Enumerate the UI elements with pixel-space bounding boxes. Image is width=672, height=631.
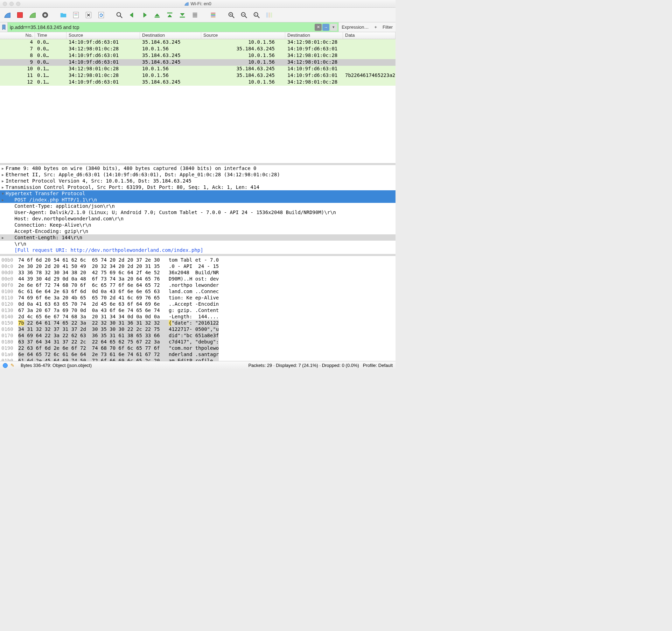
capture-options-button[interactable]: [40, 10, 50, 20]
close-file-button[interactable]: [83, 10, 94, 20]
filter-button[interactable]: Filter: [383, 24, 393, 30]
wireshark-icon: [184, 1, 189, 6]
detail-line[interactable]: ▶Ethernet II, Src: Apple_d6:63:01 (14:10…: [0, 171, 396, 178]
table-row[interactable]: 100.1…34:12:98:01:0c:2810.0.1.5635.184.6…: [0, 66, 396, 72]
detail-line[interactable]: \r\n: [0, 241, 396, 247]
detail-line[interactable]: User-Agent: Dalvik/2.1.0 (Linux; U; Andr…: [0, 209, 396, 215]
svg-rect-33: [268, 12, 270, 17]
filter-bookmark-icon[interactable]: [0, 22, 8, 32]
hex-row[interactable]: 017064 69 64 22 3a 22 62 63 36 35 31 61 …: [1, 332, 394, 339]
column-source2[interactable]: Source: [201, 32, 285, 39]
table-row[interactable]: 90.0…14:10:9f:d6:63:0135.184.63.24510.0.…: [0, 59, 396, 66]
detail-line[interactable]: [Full request URI: http://dev.northpolew…: [0, 247, 396, 253]
detail-line[interactable]: ▶ POST /index.php HTTP/1.1\r\n: [0, 197, 396, 203]
hex-row[interactable]: 01507b 22 64 61 74 65 22 3a 22 32 30 31 …: [1, 320, 394, 326]
column-no[interactable]: No.: [0, 32, 35, 39]
hex-row[interactable]: 00d033 36 78 32 30 34 38 20 42 75 69 6c …: [1, 269, 394, 276]
svg-rect-32: [266, 12, 268, 17]
filter-history-button[interactable]: ▾: [330, 24, 337, 31]
go-last-button[interactable]: [177, 10, 188, 20]
main-toolbar: 1: [0, 8, 396, 22]
column-source[interactable]: Source: [66, 32, 140, 39]
svg-point-2: [44, 14, 46, 16]
hex-row[interactable]: 013067 3a 20 67 7a 69 70 0d 0a 43 6f 6e …: [1, 307, 394, 313]
svg-line-23: [232, 16, 234, 18]
svg-rect-3: [74, 12, 79, 18]
start-capture-button[interactable]: [2, 10, 13, 20]
hex-row[interactable]: 00f02e 6e 6f 72 74 68 70 6f 6c 65 77 6f …: [1, 282, 394, 288]
detail-line[interactable]: Accept-Encoding: gzip\r\n: [0, 228, 396, 234]
detail-line[interactable]: Connection: Keep-Alive\r\n: [0, 222, 396, 228]
column-data[interactable]: Data: [343, 32, 396, 39]
packet-list-header[interactable]: No. Time Source Destination Source Desti…: [0, 32, 396, 39]
go-to-packet-button[interactable]: [152, 10, 162, 20]
status-packets: Packets: 29 · Displayed: 7 (24.1%) · Dro…: [248, 363, 359, 368]
packet-bytes-pane[interactable]: 00b074 6f 6d 20 54 61 62 6c 65 74 20 2d …: [0, 256, 396, 361]
zoom-reset-button[interactable]: 1: [251, 10, 262, 20]
hex-row[interactable]: 011074 69 6f 6e 3a 20 4b 65 65 70 2d 41 …: [1, 295, 394, 301]
display-filter-bar: ✕ → ▾ Expression… + Filter: [0, 22, 396, 32]
colorize-button[interactable]: [208, 10, 218, 20]
hex-row[interactable]: 00e044 39 30 4d 29 0d 0a 48 6f 73 74 3a …: [1, 276, 394, 282]
hex-row[interactable]: 019022 63 6f 6d 2e 6e 6f 72 74 68 70 6f …: [1, 345, 394, 351]
reload-file-button[interactable]: [96, 10, 106, 20]
status-profile[interactable]: Profile: Default: [363, 363, 393, 368]
hex-row[interactable]: 01a06e 64 65 72 6c 61 6e 64 2e 73 61 6e …: [1, 351, 394, 357]
status-bar: ✎ Bytes 336-479: Object (json.object) Pa…: [0, 361, 396, 369]
hex-row[interactable]: 01200d 0a 41 63 63 65 70 74 2d 45 6e 63 …: [1, 301, 394, 307]
resize-columns-button[interactable]: [264, 10, 274, 20]
save-file-button[interactable]: [71, 10, 81, 20]
hex-row[interactable]: 018063 37 64 34 31 37 22 2c 22 64 65 62 …: [1, 339, 394, 345]
hex-row[interactable]: 016034 31 32 32 37 31 37 2d 30 35 30 30 …: [1, 326, 394, 332]
detail-line[interactable]: Host: dev.northpolewonderland.com\r\n: [0, 215, 396, 222]
hex-row[interactable]: 01006c 61 6e 64 2e 63 6f 6d 0d 0a 43 6f …: [1, 288, 394, 295]
svg-line-30: [258, 16, 260, 18]
stop-capture-button[interactable]: [15, 10, 25, 20]
find-packet-button[interactable]: [114, 10, 125, 20]
edit-icon[interactable]: ✎: [10, 363, 14, 368]
hex-row[interactable]: 01402d 4c 65 6e 67 74 68 3a 20 31 34 34 …: [1, 313, 394, 320]
display-filter-input[interactable]: [8, 22, 313, 32]
add-filter-button[interactable]: +: [374, 24, 377, 30]
status-selection: Bytes 336-479: Object (json.object): [21, 363, 248, 368]
window-title: Wi-Fi: en0: [190, 1, 211, 6]
svg-line-27: [245, 16, 247, 18]
svg-rect-8: [99, 12, 104, 18]
svg-rect-0: [18, 12, 23, 17]
restart-capture-button[interactable]: [27, 10, 38, 20]
auto-scroll-button[interactable]: [190, 10, 200, 20]
hex-row[interactable]: 00b074 6f 6d 20 54 61 62 6c 65 74 20 2d …: [1, 257, 394, 263]
svg-rect-13: [180, 16, 185, 17]
hex-row[interactable]: 01b061 6d 2e 45 64 69 74 50 72 6f 66 69 …: [1, 357, 394, 361]
column-time[interactable]: Time: [35, 32, 66, 39]
detail-line[interactable]: ▼Hypertext Transfer Protocol: [0, 190, 396, 197]
table-row[interactable]: 110.1…34:12:98:01:0c:2810.0.1.5635.184.6…: [0, 72, 396, 79]
svg-line-10: [120, 16, 122, 18]
zoom-out-button[interactable]: [239, 10, 249, 20]
column-destination2[interactable]: Destination: [285, 32, 343, 39]
go-back-button[interactable]: [127, 10, 137, 20]
packet-list-pane[interactable]: No. Time Source Destination Source Desti…: [0, 32, 396, 165]
packet-details-pane[interactable]: ▶Frame 9: 480 bytes on wire (3840 bits),…: [0, 165, 396, 256]
expression-button[interactable]: Expression…: [342, 24, 369, 30]
table-row[interactable]: 120.1…14:10:9f:d6:63:0135.184.63.24510.0…: [0, 79, 396, 86]
clear-filter-button[interactable]: ✕: [315, 24, 322, 31]
hex-row[interactable]: 00c02e 30 20 2d 20 41 50 49 20 32 34 20 …: [1, 263, 394, 269]
svg-rect-11: [155, 16, 160, 17]
svg-rect-12: [167, 12, 173, 13]
detail-line[interactable]: ▶ Content-Length: 144\r\n: [0, 234, 396, 241]
detail-line[interactable]: ▶Transmission Control Protocol, Src Port…: [0, 184, 396, 190]
detail-line[interactable]: Content-Type: application/json\r\n: [0, 203, 396, 209]
table-row[interactable]: 70.0…34:12:98:01:0c:2810.0.1.5635.184.63…: [0, 46, 396, 52]
go-first-button[interactable]: [164, 10, 175, 20]
expert-info-icon[interactable]: [3, 363, 8, 368]
table-row[interactable]: 80.0…14:10:9f:d6:63:0135.184.63.24510.0.…: [0, 52, 396, 59]
go-forward-button[interactable]: [139, 10, 150, 20]
apply-filter-button[interactable]: →: [322, 24, 329, 31]
detail-line[interactable]: ▶Internet Protocol Version 4, Src: 10.0.…: [0, 178, 396, 184]
table-row[interactable]: 40.0…14:10:9f:d6:63:0135.184.63.24510.0.…: [0, 39, 396, 46]
column-destination[interactable]: Destination: [140, 32, 201, 39]
open-file-button[interactable]: [58, 10, 69, 20]
detail-line[interactable]: ▶Frame 9: 480 bytes on wire (3840 bits),…: [0, 165, 396, 171]
zoom-in-button[interactable]: [226, 10, 237, 20]
